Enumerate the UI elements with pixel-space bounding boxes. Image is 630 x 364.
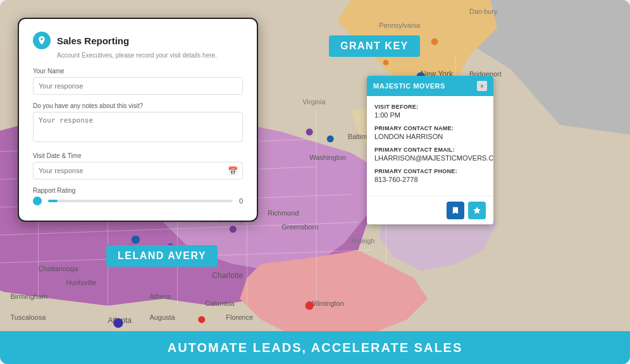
svg-point-52 [230,226,237,233]
grant-key-label: GRANT KEY [329,35,420,57]
rapport-dot [33,197,42,205]
svg-point-50 [113,318,123,327]
svg-text:Tuscaloosa: Tuscaloosa [11,313,47,321]
svg-text:Richmond: Richmond [268,209,299,217]
your-name-label: Your Name [33,68,243,75]
primary-contact-name-value: LONDON HARRISON [374,133,486,140]
primary-contact-email-label: PRIMARY CONTACT EMAIL: [374,147,486,153]
form-subtitle: Account Executives, please record your v… [57,52,243,59]
movers-popup-footer [367,196,493,224]
svg-text:Washington: Washington [309,154,346,161]
movers-action-btn-2[interactable] [468,202,486,219]
primary-contact-email-value: LHARRISON@MAJESTICMOVERS.COM [374,154,486,162]
sales-reporting-form: Sales Reporting Account Executives, plea… [18,18,258,222]
svg-point-57 [431,38,438,45]
svg-point-48 [327,135,334,142]
svg-text:Birmingham: Birmingham [11,293,48,300]
form-icon [33,32,51,49]
rapport-slider[interactable] [48,200,233,202]
svg-text:Wilmington: Wilmington [309,300,343,307]
svg-text:Dan·bury: Dan·bury [469,8,498,15]
notes-label: Do you have any notes about this visit? [33,102,243,109]
rapport-rating-section: 0 [33,197,243,205]
svg-point-58 [383,60,389,66]
svg-text:Virginia: Virginia [302,98,326,106]
rapport-slider-fill [48,200,58,202]
majestic-movers-popup: MAJESTIC MOVERS × VISIT BEFORE: 1:00 PM … [367,76,493,224]
movers-action-btn-1[interactable] [447,202,464,219]
svg-text:Chattanooga: Chattanooga [39,265,79,272]
bottom-banner: AUTOMATE LEADS, ACCELERATE SALES [0,331,630,364]
svg-text:Charlotte: Charlotte [212,271,243,280]
svg-text:Florence: Florence [226,313,253,321]
primary-contact-phone-label: PRIMARY CONTACT PHONE: [374,168,486,174]
main-container: Knoxville Chattanooga Birmingham Tuscalo… [0,0,630,364]
movers-popup-close-button[interactable]: × [477,81,487,91]
calendar-icon: 📅 [228,166,238,176]
svg-text:Augusta: Augusta [149,313,175,321]
visit-datetime-wrapper: 📅 [33,162,243,179]
svg-point-51 [306,128,313,135]
movers-popup-title: MAJESTIC MOVERS [373,82,445,90]
primary-contact-name-label: PRIMARY CONTACT NAME: [374,125,486,131]
svg-text:Athens: Athens [149,293,171,300]
svg-text:Huntsville: Huntsville [66,279,96,286]
svg-text:Pennsylvania: Pennsylvania [379,21,421,29]
rapport-value: 0 [239,197,243,205]
form-title: Sales Reporting [57,35,129,46]
movers-popup-body: VISIT BEFORE: 1:00 PM PRIMARY CONTACT NA… [367,96,493,196]
rapport-label: Rapport Rating [33,187,243,194]
notes-input[interactable] [33,112,243,142]
svg-point-56 [198,316,205,323]
your-name-input[interactable] [33,77,243,95]
svg-text:Greensboro: Greensboro [281,223,318,231]
leland-avery-label: LELAND AVERY [106,245,218,267]
bottom-banner-text: AUTOMATE LEADS, ACCELERATE SALES [168,341,463,355]
visit-before-value: 1:00 PM [374,111,486,119]
primary-contact-phone-value: 813-760-2778 [374,176,486,183]
movers-popup-header: MAJESTIC MOVERS × [367,76,493,96]
visit-before-label: VISIT BEFORE: [374,104,486,110]
svg-point-49 [132,236,140,244]
visit-datetime-label: Visit Date & Time [33,152,243,159]
form-header: Sales Reporting [33,32,243,49]
visit-datetime-input[interactable] [33,162,243,179]
svg-point-54 [306,301,314,310]
svg-text:Columbia: Columbia [205,300,235,307]
svg-text:Raleigh: Raleigh [351,237,374,245]
